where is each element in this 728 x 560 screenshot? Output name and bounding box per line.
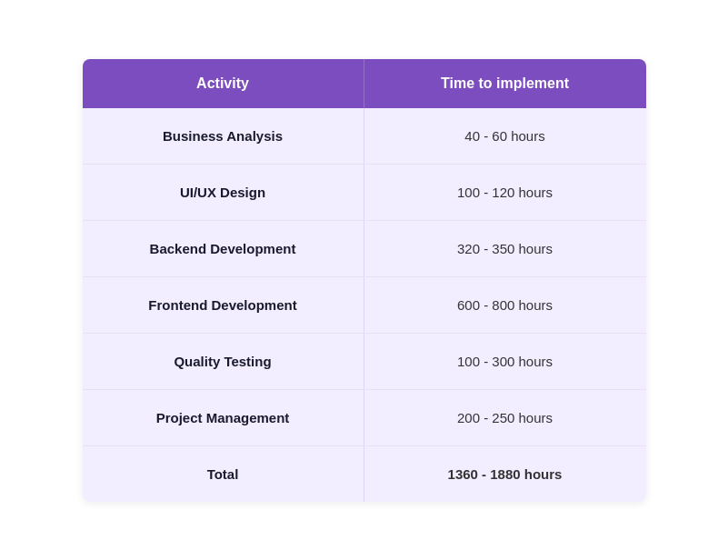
time-cell: 200 - 250 hours	[364, 390, 646, 445]
activity-header: Activity	[83, 59, 364, 108]
table-row: Backend Development320 - 350 hours	[83, 221, 646, 277]
activity-cell: UI/UX Design	[83, 165, 364, 220]
table-row: Project Management200 - 250 hours	[83, 390, 646, 446]
activity-cell: Project Management	[83, 390, 364, 445]
time-cell: 600 - 800 hours	[364, 277, 646, 333]
activity-cell: Backend Development	[83, 221, 364, 276]
time-cell: 100 - 120 hours	[364, 165, 646, 220]
activity-cell: Business Analysis	[83, 108, 364, 164]
time-header: Time to implement	[364, 59, 646, 108]
table-row: Frontend Development600 - 800 hours	[83, 277, 646, 334]
activity-cell: Quality Testing	[83, 334, 364, 389]
table-row: Business Analysis40 - 60 hours	[83, 108, 646, 165]
time-cell: 40 - 60 hours	[364, 108, 646, 164]
table-body: Business Analysis40 - 60 hoursUI/UX Desi…	[83, 108, 646, 502]
time-cell: 100 - 300 hours	[364, 334, 646, 389]
table-row: Quality Testing100 - 300 hours	[83, 334, 646, 390]
activity-cell: Frontend Development	[83, 277, 364, 333]
table-row: Total1360 - 1880 hours	[83, 446, 646, 502]
implementation-table: Activity Time to implement Business Anal…	[83, 59, 646, 502]
table-row: UI/UX Design100 - 120 hours	[83, 165, 646, 221]
time-cell: 1360 - 1880 hours	[364, 446, 646, 502]
activity-cell: Total	[83, 446, 364, 502]
time-cell: 320 - 350 hours	[364, 221, 646, 276]
table-header: Activity Time to implement	[83, 59, 646, 108]
